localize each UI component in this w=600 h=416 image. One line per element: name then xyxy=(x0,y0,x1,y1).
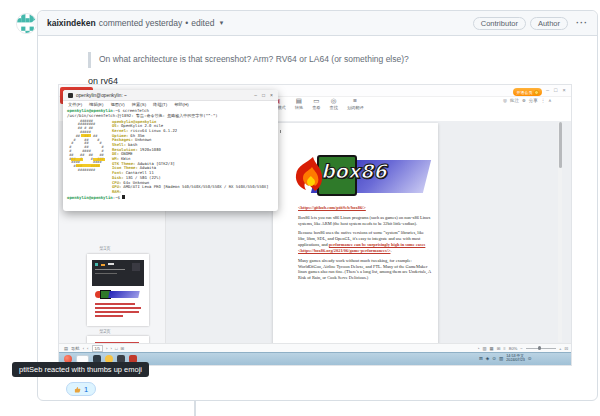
zoom-level[interactable]: 80% xyxy=(509,346,518,351)
convert-icon: ▤ xyxy=(296,98,302,104)
toolbar-convert[interactable]: ▤ 转换 xyxy=(295,98,303,110)
zoom-in-icon[interactable]: + xyxy=(559,346,562,351)
terminal-titlebar[interactable]: openkylin@openkylin: ~ – □ × xyxy=(63,90,278,101)
paragraph-2: Because box86 uses the native versions o… xyxy=(298,230,432,253)
terminal-close-icon[interactable]: × xyxy=(270,92,273,98)
terminal-body: openkylin@openkylin:~$ screenfetch /usr/… xyxy=(63,108,278,201)
edited-label[interactable]: edited xyxy=(191,18,214,28)
volume-icon[interactable]: ◈ xyxy=(486,356,489,361)
nav-label: 导航 xyxy=(71,346,80,351)
zoom-slider-handle[interactable] xyxy=(538,346,542,350)
toolbar-find[interactable]: ◎ 查找 xyxy=(330,98,338,110)
document-text: <https://github.com/ptitSeb/box86/> Box8… xyxy=(298,205,432,281)
menu-edit[interactable]: 编辑(E) xyxy=(89,102,103,107)
terminal-menubar: 文件(F) 编辑(E) 视图(V) 搜索(S) 终端(T) 帮助(H) xyxy=(63,101,278,108)
chevron-down-icon[interactable]: ▼ xyxy=(218,20,224,26)
vip-membership-button[interactable]: 开通会员 xyxy=(513,88,542,96)
layout-icon[interactable]: ⊞ xyxy=(497,346,501,351)
fit-page-icon[interactable]: ▦ xyxy=(490,346,494,351)
pdf-toolbar: ▣ 批注模式 ▤ 转换 ▭ 查看 ◎ 查找 ≡ 划词翻译 xyxy=(269,98,364,110)
menu-file[interactable]: 文件(F) xyxy=(68,102,82,107)
terminal-cursor xyxy=(122,195,125,200)
thumbs-up-reaction-pill[interactable]: 1 xyxy=(66,382,96,396)
rotate-icon[interactable]: ◔ xyxy=(477,346,480,351)
comment-card-arrow xyxy=(31,18,37,28)
contributor-badge: Contributor xyxy=(473,17,526,30)
pdf-statusbar: ▤ 导航 ‹ ‹ 1/5 › › □ ⊞ ◔ ▥ ▦ ⊞ ≡ 80% − + ⊡ xyxy=(59,343,572,352)
box86-logo-text: box86 xyxy=(321,160,431,182)
taskbar-clock[interactable]: 14:53 中文 2024/07/23 xyxy=(506,354,524,363)
minimize-icon[interactable]: – xyxy=(546,87,549,93)
github-comment-page: kaixindeken commented yesterday • edited… xyxy=(0,0,600,416)
page-indicator[interactable]: 1/5 xyxy=(92,345,104,352)
timeline-line xyxy=(194,401,196,416)
prompt-line-bottom: openkylin@openkylin:~$ xyxy=(67,195,274,201)
screenfetch-info: openkylin@openkylin OS:OpenKylin 2.0 nil… xyxy=(112,120,269,195)
comment-action: commented yesterday xyxy=(99,18,183,28)
system-tray: ⊞ ◈ ⊙ ▥ 14:53 中文 2024/07/23 ⊙ xyxy=(479,354,532,363)
quick-actions: ◎ 批注 ⊕ 分享 ⋮ ∧ xyxy=(503,98,552,103)
fullscreen-icon[interactable]: ⊡ xyxy=(564,346,568,351)
comment-header: kaixindeken commented yesterday • edited… xyxy=(38,11,597,36)
nav-panel-icon[interactable]: ▤ xyxy=(64,346,68,351)
power-icon[interactable]: ⊙ xyxy=(528,356,532,361)
zoom-slider[interactable] xyxy=(526,348,556,349)
terminal-maximize-icon[interactable]: □ xyxy=(262,92,265,98)
close-icon[interactable]: × xyxy=(562,87,565,93)
thumb-screenshot-image xyxy=(92,260,144,286)
single-page-icon[interactable]: □ xyxy=(115,346,118,351)
prev-page-icon[interactable]: ‹ xyxy=(87,346,88,351)
collapse-toolbar-icon[interactable]: ∧ xyxy=(548,98,551,103)
kebab-menu-icon[interactable]: ··· xyxy=(576,18,588,28)
annotate-action[interactable]: 批注 xyxy=(510,98,519,103)
quoted-reply: On what architecture is that screenshot?… xyxy=(88,52,600,68)
view-icon: ▭ xyxy=(313,98,319,104)
page1-thumbnail[interactable] xyxy=(87,254,149,326)
pdf-page: box86 <https://github.com/ptitSeb/box86/… xyxy=(273,123,438,353)
fit-width-icon[interactable]: ▥ xyxy=(483,346,487,351)
spread-icon[interactable]: ⊞ xyxy=(121,346,125,351)
translate-icon: ≡ xyxy=(353,98,357,104)
next-page-icon[interactable]: › xyxy=(106,346,107,351)
toolbar-translate[interactable]: ≡ 划词翻译 xyxy=(347,98,364,110)
menu-search[interactable]: 搜索(S) xyxy=(132,102,146,107)
first-page-icon[interactable]: ‹ xyxy=(83,346,84,351)
menu-view[interactable]: 视图(V) xyxy=(110,102,124,107)
vip-avatar-icon xyxy=(534,90,539,95)
dot-separator: • xyxy=(185,18,188,28)
share-icon[interactable]: ⊕ xyxy=(522,98,526,103)
paragraph-3: Many games already work without much twe… xyxy=(298,258,432,281)
box86-repo-link[interactable]: <https://github.com/ptitSeb/box86/> xyxy=(298,205,432,211)
input-method-icon[interactable]: ⊞ xyxy=(479,356,483,361)
find-icon: ◎ xyxy=(331,98,337,104)
menu-help[interactable]: 帮助(H) xyxy=(174,102,189,107)
terminal-minimize-icon[interactable]: – xyxy=(254,92,257,98)
page2-label: 第2页 xyxy=(59,329,151,334)
more-icon[interactable]: ⋮ xyxy=(541,98,546,103)
thumb-box86-logo xyxy=(95,290,141,299)
terminal-icon xyxy=(68,93,73,98)
network-icon[interactable]: ⊙ xyxy=(492,356,496,361)
text-cursor xyxy=(280,130,281,133)
read-mode-icon[interactable]: ≡ xyxy=(503,346,506,351)
reaction-count: 1 xyxy=(84,385,88,394)
paragraph-1: Box86 lets you run x86 Linux programs (s… xyxy=(298,215,432,227)
document-scrollbar[interactable] xyxy=(558,122,562,342)
warning-line: /usr/bin/screenfetch:行1892: 警告:命令替换: 忽略输… xyxy=(67,114,274,119)
zoom-out-icon[interactable]: − xyxy=(520,346,523,351)
battery-icon[interactable]: ▥ xyxy=(499,356,503,361)
comment-mode-icon[interactable]: ◎ xyxy=(503,98,507,103)
page1-label: 第1页 xyxy=(59,246,151,251)
terminal-window[interactable]: openkylin@openkylin: ~ – □ × 文件(F) 编辑(E)… xyxy=(63,90,278,211)
share-action[interactable]: 分享 xyxy=(529,98,538,103)
vip-label: 开通会员 xyxy=(517,90,533,95)
terminal-title: openkylin@openkylin: ~ xyxy=(76,93,127,98)
comment-author[interactable]: kaixindeken xyxy=(47,18,96,28)
maximize-icon[interactable]: □ xyxy=(554,87,557,93)
author-badge: Author xyxy=(530,17,568,30)
toolbar-view[interactable]: ▭ 查看 xyxy=(312,98,320,110)
last-page-icon[interactable]: › xyxy=(111,346,112,351)
window-controls: – □ × xyxy=(546,87,566,93)
menu-terminal[interactable]: 终端(T) xyxy=(153,102,167,107)
embedded-screenshot[interactable]: 开通会员 – □ × ◎ 批注 ⊕ 分享 ⋮ ∧ ▣ 批注模式 ▤ 转换 xyxy=(58,84,572,366)
